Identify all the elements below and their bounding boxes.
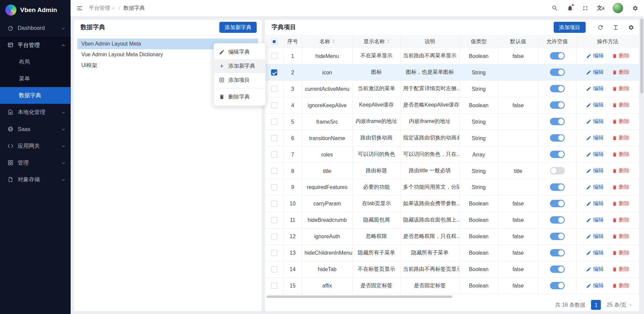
- edit-button[interactable]: 编辑: [586, 150, 604, 158]
- allow-empty-toggle[interactable]: [550, 68, 565, 76]
- table-row[interactable]: 14 hideTab 不在标签页显示 当前路由不再标签页显示 Boolean f…: [265, 261, 639, 277]
- allow-empty-toggle[interactable]: [550, 183, 565, 191]
- row-checkbox[interactable]: [271, 201, 277, 207]
- logo[interactable]: Vben Admin: [0, 0, 71, 20]
- select-all-checkbox[interactable]: [271, 39, 277, 45]
- table-row[interactable]: 1 hideMenu 不在菜单显示 当前路由不再菜单显示 Boolean fal…: [265, 48, 639, 64]
- row-checkbox[interactable]: [271, 53, 277, 59]
- row-checkbox[interactable]: [271, 234, 277, 240]
- edit-button[interactable]: 编辑: [586, 118, 604, 125]
- page-number-button[interactable]: 1: [591, 300, 601, 310]
- edit-button[interactable]: 编辑: [586, 167, 604, 174]
- edit-button[interactable]: 编辑: [586, 249, 604, 256]
- edit-button[interactable]: 编辑: [586, 265, 604, 273]
- allow-empty-toggle[interactable]: [550, 233, 565, 240]
- sidebar-item-platform-management[interactable]: 平台管理: [0, 37, 71, 53]
- row-checkbox[interactable]: [271, 217, 277, 223]
- row-checkbox[interactable]: [271, 250, 277, 256]
- delete-button[interactable]: 删除: [612, 134, 630, 141]
- context-menu-item-add-dictionary[interactable]: 添加新字典: [214, 59, 265, 73]
- edit-button[interactable]: 编辑: [586, 52, 604, 60]
- row-checkbox[interactable]: [271, 283, 277, 289]
- delete-button[interactable]: 删除: [612, 150, 630, 158]
- allow-empty-toggle[interactable]: [550, 249, 565, 256]
- context-menu-item-delete-dictionary[interactable]: 删除字典: [214, 90, 265, 104]
- table-row[interactable]: 8 title 路由标题 路由title 一般必填 String title 编…: [265, 163, 639, 179]
- sidebar-item-gateway[interactable]: 应用网关: [0, 137, 71, 154]
- table-row[interactable]: 7 roles 可以访问的角色 可以访问的角色，只在... Array 编辑 删…: [265, 146, 639, 163]
- page-vertical-scrollbar[interactable]: [640, 18, 643, 93]
- language-button[interactable]: 文A: [597, 4, 604, 12]
- delete-button[interactable]: 删除: [612, 282, 630, 289]
- sidebar-item-layout[interactable]: 布局: [0, 53, 71, 70]
- sidebar-item-management[interactable]: 管理: [0, 154, 71, 171]
- row-checkbox[interactable]: [271, 69, 277, 75]
- allow-empty-toggle[interactable]: [550, 167, 565, 174]
- edit-button[interactable]: 编辑: [586, 85, 604, 92]
- allow-empty-toggle[interactable]: [550, 200, 565, 207]
- sidebar-item-object-storage[interactable]: 对象存储: [0, 171, 71, 188]
- row-checkbox[interactable]: [271, 151, 277, 158]
- edit-button[interactable]: 编辑: [586, 101, 604, 109]
- table-row[interactable]: 4 ignoreKeepAlive KeepAlive缓存 是否忽略KeepAl…: [265, 97, 639, 113]
- allow-empty-toggle[interactable]: [550, 118, 565, 125]
- edit-button[interactable]: 编辑: [586, 216, 604, 224]
- table-row[interactable]: 5 frameSrc 内嵌iframe的地址 内嵌iframe的地址 Strin…: [265, 113, 639, 130]
- allow-empty-toggle[interactable]: [550, 52, 565, 60]
- sidebar-item-localization[interactable]: 本地化管理: [0, 104, 71, 121]
- delete-button[interactable]: 删除: [612, 216, 630, 224]
- table-row[interactable]: 9 requiredFeatures 必要的功能 多个功能间用英文，分隔 Str…: [265, 179, 639, 195]
- row-checkbox[interactable]: [271, 86, 277, 92]
- sidebar-item-saas[interactable]: Saas: [0, 121, 71, 137]
- table-row[interactable]: 12 ignoreAuth 忽略权限 是否忽略权限，只在权... Boolean…: [265, 228, 639, 245]
- horizontal-scrollbar-thumb[interactable]: [267, 295, 452, 298]
- add-item-button[interactable]: 添加项目: [554, 22, 586, 33]
- delete-button[interactable]: 删除: [612, 85, 630, 92]
- refresh-button[interactable]: [597, 24, 604, 31]
- table-row[interactable]: 10 carryParam 在tab页显示 如果该路由会携带参数... Bool…: [265, 195, 639, 212]
- allow-empty-toggle[interactable]: [550, 150, 565, 158]
- delete-button[interactable]: 删除: [612, 183, 630, 191]
- table-row[interactable]: 2 icon 图标 图标，也是菜单图标 String 编辑 删除: [265, 64, 639, 80]
- breadcrumb-section[interactable]: 平台管理: [89, 4, 115, 12]
- context-menu-item-edit-dictionary[interactable]: 编辑字典: [214, 45, 265, 59]
- edit-button[interactable]: 编辑: [586, 183, 604, 191]
- delete-button[interactable]: 删除: [612, 101, 630, 109]
- edit-button[interactable]: 编辑: [586, 68, 604, 76]
- table-row[interactable]: 6 transitionName 路由切换动画 指定该路由切换的动画名 Stri…: [265, 130, 639, 146]
- sidebar-item-dashboard[interactable]: Dashboard: [0, 20, 71, 37]
- row-checkbox[interactable]: [271, 119, 277, 125]
- row-checkbox[interactable]: [271, 168, 277, 174]
- delete-button[interactable]: 删除: [612, 52, 630, 60]
- table-row[interactable]: 13 hideChildrenInMenu 隐藏所有子菜单 隐藏所有子菜单 Bo…: [265, 245, 639, 261]
- preferences-button[interactable]: [632, 5, 638, 11]
- row-checkbox[interactable]: [271, 102, 277, 108]
- sidebar-item-menu[interactable]: 菜单: [0, 70, 71, 87]
- fullscreen-button[interactable]: [582, 5, 589, 11]
- allow-empty-toggle[interactable]: [550, 216, 565, 224]
- allow-empty-toggle[interactable]: [550, 265, 565, 273]
- sidebar-item-data-dictionary[interactable]: 数据字典: [0, 87, 71, 104]
- add-dictionary-button[interactable]: 添加新字典: [219, 22, 257, 33]
- row-height-button[interactable]: [612, 24, 619, 31]
- column-header-name[interactable]: 名称: [302, 35, 353, 48]
- avatar[interactable]: [613, 3, 623, 13]
- table-row[interactable]: 11 hideBreadcrumb 隐藏面包屑 隐藏该路由在面包屑上... Bo…: [265, 212, 639, 228]
- allow-empty-toggle[interactable]: [550, 85, 565, 92]
- edit-button[interactable]: 编辑: [586, 282, 604, 289]
- delete-button[interactable]: 删除: [612, 68, 630, 76]
- allow-empty-toggle[interactable]: [550, 282, 565, 289]
- delete-button[interactable]: 删除: [612, 233, 630, 240]
- table-row[interactable]: 15 affix 是否固定标签 是否固定标签 Boolean false 编辑 …: [265, 277, 639, 294]
- allow-empty-toggle[interactable]: [550, 101, 565, 109]
- search-button[interactable]: [551, 5, 558, 11]
- row-checkbox[interactable]: [271, 266, 277, 272]
- sidebar-collapse-button[interactable]: [76, 5, 83, 11]
- delete-button[interactable]: 删除: [612, 249, 630, 256]
- row-checkbox[interactable]: [271, 184, 277, 190]
- table-row[interactable]: 3 currentActiveMenu 当前激活的菜单 用于配置详情页时左侧..…: [265, 80, 639, 97]
- edit-button[interactable]: 编辑: [586, 134, 604, 141]
- context-menu-item-add-item[interactable]: 添加项目: [214, 73, 265, 87]
- page-size-select[interactable]: 25 条/页: [607, 301, 633, 309]
- breadcrumb-current[interactable]: 数据字典: [123, 4, 145, 12]
